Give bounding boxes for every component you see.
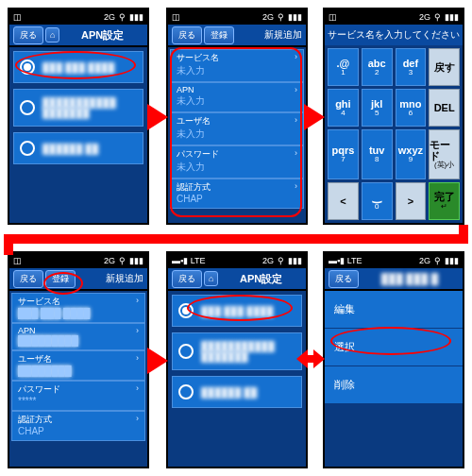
- header: 戻る ⌂ APN設定: [168, 268, 306, 289]
- content: 編集 選択 削除: [325, 291, 463, 467]
- register-button[interactable]: 登録: [45, 270, 76, 288]
- status-bar: ◫ 2G⚲▮▮▮: [168, 9, 306, 25]
- home-button[interactable]: ⌂: [45, 27, 59, 42]
- carrier-icon: ◫: [13, 12, 22, 22]
- header: 戻る ███ ███ █: [325, 268, 463, 289]
- menu-delete[interactable]: 削除: [325, 366, 463, 404]
- flow-line: [4, 244, 13, 255]
- keypad-key[interactable]: wxyz9: [396, 129, 427, 178]
- apn-option[interactable]: ███████████ ███████: [172, 332, 302, 370]
- radio-icon: [20, 100, 35, 115]
- radio-icon: [20, 60, 35, 75]
- keypad-key[interactable]: 完了↵: [429, 182, 460, 220]
- apn-option[interactable]: ███████████ ███████: [13, 89, 143, 127]
- screen-apn-list-1: ◫ 2G⚲▮▮▮ 戻る ⌂ APN設定 ███ ███ ████ ███████…: [8, 8, 149, 225]
- keypad-key[interactable]: 戻す: [429, 48, 460, 86]
- status-bar: ▬▪▮ LTE 2G⚲▮▮▮: [325, 253, 463, 268]
- chevron-right-icon: ›: [295, 85, 297, 94]
- keypad-key[interactable]: def3: [396, 48, 427, 86]
- content: ███ ███ ████ ███████████ ███████ ██████ …: [168, 291, 306, 467]
- back-button[interactable]: 戻る: [329, 270, 359, 288]
- field-user[interactable]: ユーザ名›未入力: [170, 112, 304, 145]
- radio-icon: [178, 303, 194, 318]
- screen-apn-filled: ◫ 2G⚲▮▮▮ 戻る 登録 新規追加 サービス名›███ ███ ████ A…: [8, 251, 149, 468]
- home-button[interactable]: ⌂: [204, 271, 218, 286]
- flow-line: [4, 234, 468, 244]
- back-button[interactable]: 戻る: [13, 270, 43, 288]
- apn-option[interactable]: ███ ███ ████: [172, 295, 302, 327]
- keypad-key[interactable]: jkl5: [362, 89, 393, 127]
- screen-apn-edit: ◫ 2G⚲▮▮▮ 戻る 登録 新規追加 サービス名›未入力 APN›未入力 ユー…: [166, 8, 308, 225]
- field-password[interactable]: パスワード›*****: [11, 381, 145, 411]
- back-button[interactable]: 戻る: [172, 270, 202, 288]
- keypad-key[interactable]: ‿0: [362, 182, 393, 220]
- apn-option[interactable]: ██████ ██: [13, 132, 143, 164]
- header: 戻る ⌂ APN設定: [9, 25, 147, 45]
- status-bar: ▬▪▮ LTE 2G⚲▮▮▮: [168, 253, 306, 268]
- page-title: APN設定: [61, 28, 143, 42]
- screen-apn-list-2: ▬▪▮ LTE 2G⚲▮▮▮ 戻る ⌂ APN設定 ███ ███ ████ █…: [166, 251, 308, 468]
- keypad-key[interactable]: tuv8: [362, 129, 393, 178]
- status-bar: ◫ 2G⚲▮▮▮: [325, 9, 463, 25]
- field-service-name[interactable]: サービス名›███ ███ ████: [11, 293, 145, 323]
- menu-select[interactable]: 選択: [325, 329, 463, 366]
- content: サービス名›███ ███ ████ APN›█████████ ユーザ名›██…: [9, 291, 147, 467]
- keypad-key[interactable]: モード(英)小: [429, 129, 460, 178]
- keypad-key[interactable]: .@1: [328, 48, 359, 86]
- apn-option[interactable]: ██████ ██: [172, 376, 302, 408]
- page-title: ███ ███ █: [361, 273, 459, 284]
- flow-arrow-right-icon: [147, 348, 168, 374]
- chevron-right-icon: ›: [295, 148, 297, 161]
- chevron-right-icon: ›: [295, 52, 297, 64]
- field-user[interactable]: ユーザ名›████████: [11, 350, 145, 381]
- content: ███ ███ ████ ███████████ ███████ ██████ …: [9, 47, 147, 223]
- keypad: .@1abc2def3戻すghi4jkl5mno6DELpqrs7tuv8wxy…: [325, 45, 463, 223]
- radio-icon: [178, 344, 194, 359]
- radio-icon: [20, 141, 35, 156]
- field-service-name[interactable]: サービス名›未入力: [170, 49, 304, 82]
- screen-context-menu: ▬▪▮ LTE 2G⚲▮▮▮ 戻る ███ ███ █ 編集 選択 削除: [323, 251, 464, 468]
- keypad-key[interactable]: mno6: [396, 89, 427, 127]
- page-title: APN設定: [220, 272, 302, 286]
- keypad-key[interactable]: <: [328, 182, 359, 220]
- status-bar: ◫ 2G⚲▮▮▮: [9, 9, 147, 25]
- keypad-title: サービス名を入力してください: [325, 25, 463, 45]
- register-button[interactable]: 登録: [204, 26, 234, 44]
- chevron-right-icon: ›: [295, 115, 297, 128]
- back-button[interactable]: 戻る: [172, 26, 202, 44]
- header: 戻る 登録 新規追加: [9, 268, 147, 289]
- field-auth[interactable]: 認証方式›CHAP: [170, 178, 304, 209]
- menu-edit[interactable]: 編集: [325, 291, 463, 329]
- add-new-link[interactable]: 新規追加: [264, 28, 302, 42]
- field-auth[interactable]: 認証方式›CHAP: [11, 411, 145, 441]
- flow-arrow-right-icon: [147, 104, 168, 130]
- screen-keypad: ◫ 2G⚲▮▮▮ サービス名を入力してください .@1abc2def3戻すghi…: [323, 8, 464, 225]
- keypad-key[interactable]: >: [396, 182, 427, 220]
- header: 戻る 登録 新規追加: [168, 25, 306, 45]
- flow-arrow-right-icon: [304, 104, 325, 130]
- field-apn[interactable]: APN›█████████: [11, 323, 145, 350]
- field-apn[interactable]: APN›未入力: [170, 82, 304, 112]
- battery-icon: ▮▮▮: [129, 12, 143, 22]
- keypad-key[interactable]: ghi4: [328, 89, 359, 127]
- status-bar: ◫ 2G⚲▮▮▮: [9, 253, 147, 268]
- radio-icon: [178, 384, 194, 400]
- back-button[interactable]: 戻る: [13, 26, 43, 44]
- apn-option[interactable]: ███ ███ ████: [13, 51, 143, 83]
- content: サービス名›未入力 APN›未入力 ユーザ名›未入力 パスワード›未入力 認証方…: [168, 47, 306, 223]
- keypad-key[interactable]: abc2: [362, 48, 393, 86]
- add-new-link[interactable]: 新規追加: [106, 272, 143, 285]
- chevron-right-icon: ›: [295, 181, 297, 194]
- field-password[interactable]: パスワード›未入力: [170, 145, 304, 178]
- keypad-key[interactable]: DEL: [429, 89, 460, 127]
- keypad-key[interactable]: pqrs7: [328, 129, 359, 178]
